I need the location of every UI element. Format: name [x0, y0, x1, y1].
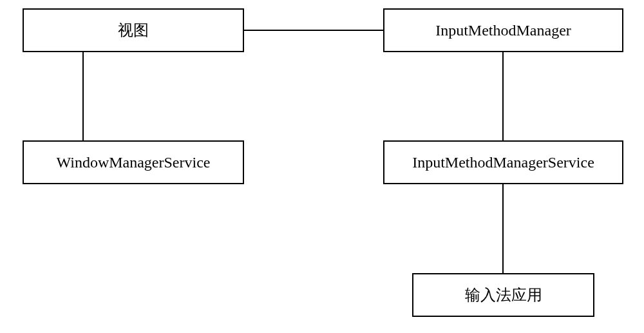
box-imm-label: InputMethodManager — [435, 22, 571, 39]
box-imms-label: InputMethodManagerService — [412, 154, 594, 171]
box-wms-label: WindowManagerService — [57, 154, 211, 171]
connector-imm-to-imms — [502, 52, 504, 140]
box-view-label: 视图 — [118, 20, 149, 41]
box-input-method-manager: InputMethodManager — [383, 8, 623, 52]
connector-imms-to-ime-app — [502, 184, 504, 273]
box-view: 视图 — [23, 8, 244, 52]
box-window-manager-service: WindowManagerService — [23, 140, 244, 184]
box-input-method-manager-service: InputMethodManagerService — [383, 140, 623, 184]
connector-view-to-wms — [82, 52, 84, 140]
box-ime-application: 输入法应用 — [412, 273, 594, 317]
connector-view-to-imm — [244, 30, 383, 31]
box-ime-app-label: 输入法应用 — [465, 285, 542, 305]
